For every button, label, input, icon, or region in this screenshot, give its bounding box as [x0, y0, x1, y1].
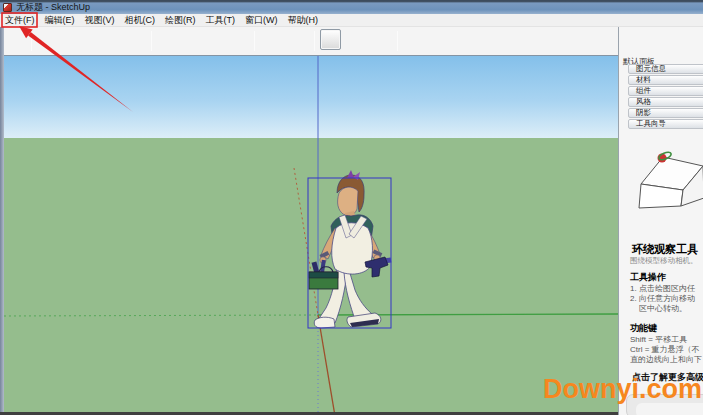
section-shadows[interactable]: 阴影 — [628, 108, 703, 118]
instructor-subtitle: 围绕模型移动相机。 — [630, 256, 698, 266]
default-panel: 默认面板 图元信息 材料 组件 风格 阴影 工具向导 环绕观察工具 围绕模型移动… — [618, 27, 703, 415]
section-components[interactable]: 组件 — [628, 86, 703, 96]
axes — [4, 56, 618, 412]
menu-item-tools[interactable]: 工具(T) — [201, 14, 241, 27]
menu-item-file[interactable]: 文件(F) — [0, 14, 40, 27]
menu-bar: 文件(F) 编辑(E) 视图(V) 相机(C) 绘图(R) 工具(T) 窗口(W… — [0, 14, 703, 27]
toolbar-separator — [151, 31, 152, 51]
instructor-title: 环绕观察工具 — [632, 242, 698, 257]
window-title: 无标题 - SketchUp — [16, 0, 90, 14]
toolbar-separator — [397, 31, 398, 51]
menu-item-window[interactable]: 窗口(W) — [240, 14, 283, 27]
toolbar — [0, 27, 703, 55]
menu-item-view[interactable]: 视图(V) — [80, 14, 120, 27]
section-entity-info[interactable]: 图元信息 — [628, 64, 703, 74]
drawing-canvas[interactable] — [4, 55, 618, 412]
toolbar-separator — [314, 31, 315, 51]
window-left-frame — [0, 27, 4, 415]
sketchup-window: 无标题 - SketchUp 文件(F) 编辑(E) 视图(V) 相机(C) 绘… — [0, 0, 703, 415]
model-scene — [4, 56, 618, 412]
instructor-step-2-cont: 区中心转动。 — [639, 303, 687, 314]
panel-section-list: 图元信息 材料 组件 风格 阴影 工具向导 — [628, 64, 703, 130]
instructor-ctrl-key-cont: 直的边线向上和向下 — [630, 354, 702, 365]
person-figure[interactable] — [309, 170, 391, 328]
downyi-watermark: Downyi.com — [543, 374, 702, 405]
section-instructor[interactable]: 工具向导 — [628, 119, 703, 129]
toolbar-separator — [31, 31, 32, 51]
orbit-tool-illustration — [631, 140, 703, 213]
menu-item-draw[interactable]: 绘图(R) — [160, 14, 201, 27]
sketchup-app-icon — [3, 3, 12, 12]
section-styles[interactable]: 风格 — [628, 97, 703, 107]
section-materials[interactable]: 材料 — [628, 75, 703, 85]
toolbar-tool-button[interactable] — [320, 29, 341, 50]
menu-item-camera[interactable]: 相机(C) — [120, 14, 161, 27]
toolbar-separator — [254, 31, 255, 51]
menu-item-help[interactable]: 帮助(H) — [283, 14, 324, 27]
menu-item-edit[interactable]: 编辑(E) — [40, 14, 80, 27]
title-bar: 无标题 - SketchUp — [0, 0, 703, 14]
